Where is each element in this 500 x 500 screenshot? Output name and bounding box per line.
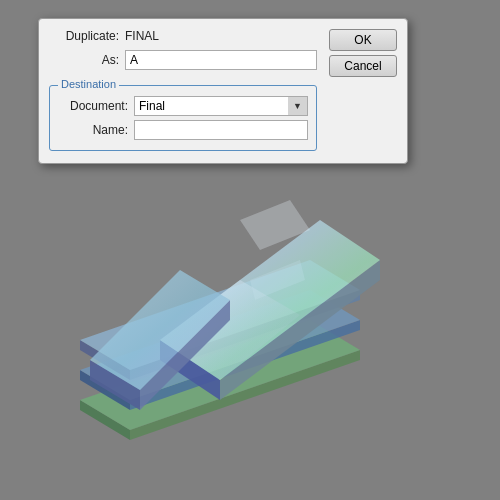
document-label: Document: (58, 99, 128, 113)
name-input[interactable] (134, 120, 308, 140)
document-select[interactable]: Final New (134, 96, 308, 116)
as-input[interactable] (125, 50, 317, 70)
destination-group: Destination Document: Final New ▼ (49, 85, 317, 151)
dialog-buttons: OK Cancel (329, 29, 397, 77)
as-label: As: (49, 53, 119, 67)
duplicate-value: FINAL (125, 29, 317, 43)
name-label: Name: (58, 123, 128, 137)
cancel-button[interactable]: Cancel (329, 55, 397, 77)
as-row: As: (49, 50, 317, 70)
duplicate-layer-dialog: Duplicate: FINAL As: Destination Documen… (38, 18, 408, 164)
destination-legend: Destination (58, 78, 119, 90)
document-row: Document: Final New ▼ (58, 96, 308, 116)
name-row: Name: (58, 120, 308, 140)
ok-button[interactable]: OK (329, 29, 397, 51)
duplicate-row: Duplicate: FINAL (49, 29, 317, 43)
document-select-wrapper: Final New ▼ (134, 96, 308, 116)
duplicate-label: Duplicate: (49, 29, 119, 43)
